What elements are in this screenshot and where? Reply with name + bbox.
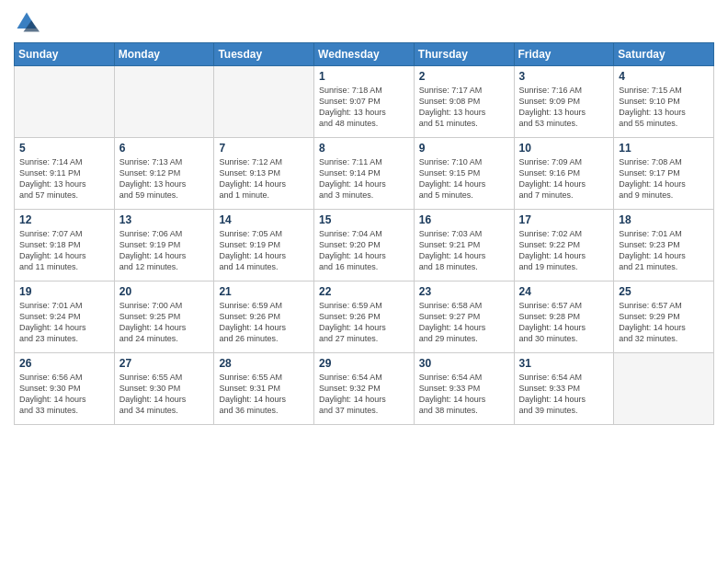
column-header-tuesday: Tuesday [214, 43, 314, 66]
calendar-day-cell [614, 353, 714, 425]
day-info: Sunrise: 7:07 AM Sunset: 9:18 PM Dayligh… [19, 228, 109, 273]
day-info: Sunrise: 6:59 AM Sunset: 9:26 PM Dayligh… [319, 300, 409, 345]
calendar-day-cell: 7Sunrise: 7:12 AM Sunset: 9:13 PM Daylig… [214, 138, 314, 210]
calendar-day-cell: 2Sunrise: 7:17 AM Sunset: 9:08 PM Daylig… [414, 66, 514, 138]
day-number: 31 [519, 357, 609, 370]
day-number: 23 [419, 285, 509, 298]
day-info: Sunrise: 7:05 AM Sunset: 9:19 PM Dayligh… [219, 228, 309, 273]
day-info: Sunrise: 7:11 AM Sunset: 9:14 PM Dayligh… [319, 156, 409, 201]
calendar-day-cell: 26Sunrise: 6:56 AM Sunset: 9:30 PM Dayli… [15, 353, 115, 425]
calendar-day-cell [15, 66, 115, 138]
day-info: Sunrise: 6:54 AM Sunset: 9:33 PM Dayligh… [419, 372, 509, 417]
column-header-sunday: Sunday [15, 43, 115, 66]
day-number: 28 [219, 357, 309, 370]
day-info: Sunrise: 7:15 AM Sunset: 9:10 PM Dayligh… [619, 85, 709, 130]
day-info: Sunrise: 7:02 AM Sunset: 9:22 PM Dayligh… [519, 228, 609, 273]
day-info: Sunrise: 7:03 AM Sunset: 9:21 PM Dayligh… [419, 228, 509, 273]
calendar-day-cell: 22Sunrise: 6:59 AM Sunset: 9:26 PM Dayli… [314, 282, 415, 353]
day-number: 4 [619, 70, 709, 83]
calendar-day-cell: 31Sunrise: 6:54 AM Sunset: 9:33 PM Dayli… [514, 353, 614, 425]
calendar-day-cell [114, 66, 214, 138]
day-number: 16 [419, 213, 509, 226]
column-header-friday: Friday [514, 43, 614, 66]
column-header-wednesday: Wednesday [314, 43, 415, 66]
day-info: Sunrise: 6:55 AM Sunset: 9:31 PM Dayligh… [219, 372, 309, 417]
day-number: 5 [19, 142, 109, 155]
calendar-day-cell: 5Sunrise: 7:14 AM Sunset: 9:11 PM Daylig… [15, 138, 115, 210]
day-info: Sunrise: 7:01 AM Sunset: 9:23 PM Dayligh… [619, 228, 709, 273]
calendar-table: SundayMondayTuesdayWednesdayThursdayFrid… [14, 42, 714, 425]
calendar-day-cell: 27Sunrise: 6:55 AM Sunset: 9:30 PM Dayli… [114, 353, 214, 425]
column-header-saturday: Saturday [614, 43, 714, 66]
calendar-day-cell: 9Sunrise: 7:10 AM Sunset: 9:15 PM Daylig… [414, 138, 514, 210]
day-number: 9 [419, 142, 509, 155]
day-info: Sunrise: 6:55 AM Sunset: 9:30 PM Dayligh… [119, 372, 210, 417]
calendar-day-cell [214, 66, 314, 138]
day-info: Sunrise: 7:14 AM Sunset: 9:11 PM Dayligh… [19, 156, 109, 201]
calendar-day-cell: 21Sunrise: 6:59 AM Sunset: 9:26 PM Dayli… [214, 282, 314, 353]
calendar-week-row: 5Sunrise: 7:14 AM Sunset: 9:11 PM Daylig… [15, 138, 714, 210]
calendar-day-cell: 13Sunrise: 7:06 AM Sunset: 9:19 PM Dayli… [114, 210, 214, 282]
calendar-day-cell: 23Sunrise: 6:58 AM Sunset: 9:27 PM Dayli… [414, 282, 514, 353]
day-number: 21 [219, 285, 309, 298]
day-info: Sunrise: 7:06 AM Sunset: 9:19 PM Dayligh… [119, 228, 210, 273]
calendar-day-cell: 4Sunrise: 7:15 AM Sunset: 9:10 PM Daylig… [614, 66, 714, 138]
day-number: 24 [519, 285, 609, 298]
day-number: 26 [19, 357, 109, 370]
day-number: 29 [319, 357, 409, 370]
calendar-week-row: 1Sunrise: 7:18 AM Sunset: 9:07 PM Daylig… [15, 66, 714, 138]
day-info: Sunrise: 7:01 AM Sunset: 9:24 PM Dayligh… [19, 300, 109, 345]
day-info: Sunrise: 6:57 AM Sunset: 9:28 PM Dayligh… [519, 300, 609, 345]
logo [14, 9, 41, 35]
day-info: Sunrise: 6:54 AM Sunset: 9:33 PM Dayligh… [519, 372, 609, 417]
day-info: Sunrise: 7:18 AM Sunset: 9:07 PM Dayligh… [319, 85, 409, 130]
day-number: 17 [519, 213, 609, 226]
day-number: 7 [219, 142, 309, 155]
day-number: 6 [119, 142, 210, 155]
day-number: 27 [119, 357, 210, 370]
day-info: Sunrise: 7:13 AM Sunset: 9:12 PM Dayligh… [119, 156, 210, 201]
calendar-day-cell: 17Sunrise: 7:02 AM Sunset: 9:22 PM Dayli… [514, 210, 614, 282]
calendar-day-cell: 24Sunrise: 6:57 AM Sunset: 9:28 PM Dayli… [514, 282, 614, 353]
day-number: 30 [419, 357, 509, 370]
calendar-day-cell: 1Sunrise: 7:18 AM Sunset: 9:07 PM Daylig… [314, 66, 415, 138]
calendar-day-cell: 11Sunrise: 7:08 AM Sunset: 9:17 PM Dayli… [614, 138, 714, 210]
day-number: 14 [219, 213, 309, 226]
calendar-day-cell: 15Sunrise: 7:04 AM Sunset: 9:20 PM Dayli… [314, 210, 415, 282]
calendar-day-cell: 6Sunrise: 7:13 AM Sunset: 9:12 PM Daylig… [114, 138, 214, 210]
day-info: Sunrise: 6:56 AM Sunset: 9:30 PM Dayligh… [19, 372, 109, 417]
calendar-day-cell: 25Sunrise: 6:57 AM Sunset: 9:29 PM Dayli… [614, 282, 714, 353]
calendar-day-cell: 3Sunrise: 7:16 AM Sunset: 9:09 PM Daylig… [514, 66, 614, 138]
calendar-week-row: 26Sunrise: 6:56 AM Sunset: 9:30 PM Dayli… [15, 353, 714, 425]
calendar-day-cell: 14Sunrise: 7:05 AM Sunset: 9:19 PM Dayli… [214, 210, 314, 282]
calendar-header-row: SundayMondayTuesdayWednesdayThursdayFrid… [15, 43, 714, 66]
day-number: 1 [319, 70, 409, 83]
day-number: 12 [19, 213, 109, 226]
page-header [14, 9, 714, 35]
day-number: 3 [519, 70, 609, 83]
day-info: Sunrise: 7:17 AM Sunset: 9:08 PM Dayligh… [419, 85, 509, 130]
calendar-day-cell: 8Sunrise: 7:11 AM Sunset: 9:14 PM Daylig… [314, 138, 415, 210]
day-number: 18 [619, 213, 709, 226]
day-info: Sunrise: 7:12 AM Sunset: 9:13 PM Dayligh… [219, 156, 309, 201]
calendar-day-cell: 30Sunrise: 6:54 AM Sunset: 9:33 PM Dayli… [414, 353, 514, 425]
day-number: 11 [619, 142, 709, 155]
day-number: 22 [319, 285, 409, 298]
calendar-day-cell: 19Sunrise: 7:01 AM Sunset: 9:24 PM Dayli… [15, 282, 115, 353]
day-info: Sunrise: 7:16 AM Sunset: 9:09 PM Dayligh… [519, 85, 609, 130]
calendar-day-cell: 18Sunrise: 7:01 AM Sunset: 9:23 PM Dayli… [614, 210, 714, 282]
calendar-day-cell: 20Sunrise: 7:00 AM Sunset: 9:25 PM Dayli… [114, 282, 214, 353]
day-number: 8 [319, 142, 409, 155]
day-info: Sunrise: 7:00 AM Sunset: 9:25 PM Dayligh… [119, 300, 210, 345]
calendar-day-cell: 28Sunrise: 6:55 AM Sunset: 9:31 PM Dayli… [214, 353, 314, 425]
calendar-day-cell: 29Sunrise: 6:54 AM Sunset: 9:32 PM Dayli… [314, 353, 415, 425]
day-info: Sunrise: 6:59 AM Sunset: 9:26 PM Dayligh… [219, 300, 309, 345]
calendar-week-row: 19Sunrise: 7:01 AM Sunset: 9:24 PM Dayli… [15, 282, 714, 353]
page-container: SundayMondayTuesdayWednesdayThursdayFrid… [0, 0, 728, 434]
day-number: 15 [319, 213, 409, 226]
day-info: Sunrise: 6:54 AM Sunset: 9:32 PM Dayligh… [319, 372, 409, 417]
day-info: Sunrise: 7:09 AM Sunset: 9:16 PM Dayligh… [519, 156, 609, 201]
day-number: 13 [119, 213, 210, 226]
calendar-day-cell: 12Sunrise: 7:07 AM Sunset: 9:18 PM Dayli… [15, 210, 115, 282]
day-info: Sunrise: 7:08 AM Sunset: 9:17 PM Dayligh… [619, 156, 709, 201]
